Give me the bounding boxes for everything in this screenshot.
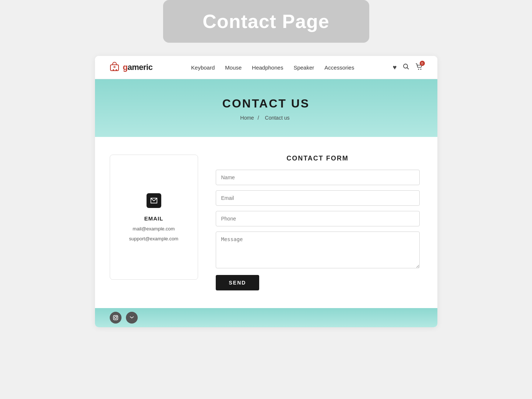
email-icon [150, 197, 158, 204]
contact-form-title: CONTACT FORM [216, 155, 420, 162]
footer-bar [95, 308, 437, 327]
svg-point-1 [113, 69, 114, 71]
contact-heading: CONTACT US [95, 97, 437, 110]
svg-point-8 [114, 317, 117, 319]
svg-point-6 [420, 68, 421, 70]
email-address-2: support@example.com [129, 236, 179, 241]
contact-form: SEND [216, 170, 420, 290]
name-input[interactable] [216, 170, 420, 185]
search-button[interactable] [403, 63, 409, 72]
page-title-banner: Contact Page [163, 0, 369, 43]
logo-text: gameric [123, 63, 153, 72]
contact-form-area: CONTACT FORM SEND [216, 155, 420, 290]
contact-hero: CONTACT US Home / Contact us [95, 79, 437, 137]
logo-icon [110, 62, 121, 73]
nav-accessories[interactable]: Accessories [324, 64, 354, 71]
wishlist-button[interactable]: ♥ [393, 64, 397, 71]
svg-point-5 [418, 68, 419, 70]
logo: gameric [110, 62, 153, 73]
breadcrumb-separator: / [258, 115, 259, 121]
phone-input[interactable] [216, 211, 420, 226]
email-input[interactable] [216, 190, 420, 206]
social-icon-2[interactable] [126, 312, 138, 324]
email-address-1: mail@example.com [133, 226, 175, 232]
nav-speaker[interactable]: Speaker [293, 64, 314, 71]
header-icons: ♥ 0 [393, 63, 423, 72]
contact-info-card: EMAIL mail@example.com support@example.c… [110, 155, 198, 280]
nav-headphones[interactable]: Headphones [252, 64, 283, 71]
svg-line-4 [407, 67, 409, 69]
send-button[interactable]: SEND [216, 275, 260, 290]
breadcrumb: Home / Contact us [95, 115, 437, 121]
heart-icon: ♥ [393, 64, 397, 71]
page-title: Contact Page [202, 10, 329, 32]
contact-content: EMAIL mail@example.com support@example.c… [95, 137, 437, 308]
svg-point-3 [404, 64, 408, 68]
main-nav: Keyboard Mouse Headphones Speaker Access… [191, 64, 354, 71]
site-wrapper: gameric Keyboard Mouse Headphones Speake… [95, 56, 437, 327]
svg-point-2 [116, 69, 117, 71]
site-header: gameric Keyboard Mouse Headphones Speake… [95, 56, 437, 79]
breadcrumb-home[interactable]: Home [240, 115, 254, 121]
svg-point-9 [116, 316, 117, 317]
cart-badge: 0 [420, 61, 425, 66]
email-icon-box [147, 193, 161, 208]
cart-button[interactable]: 0 [415, 63, 423, 72]
social-icon-1[interactable] [110, 312, 121, 324]
email-section-label: EMAIL [144, 215, 163, 222]
message-input[interactable] [216, 232, 420, 268]
breadcrumb-current: Contact us [265, 115, 290, 121]
search-icon [403, 64, 409, 71]
nav-mouse[interactable]: Mouse [225, 64, 242, 71]
nav-keyboard[interactable]: Keyboard [191, 64, 215, 71]
